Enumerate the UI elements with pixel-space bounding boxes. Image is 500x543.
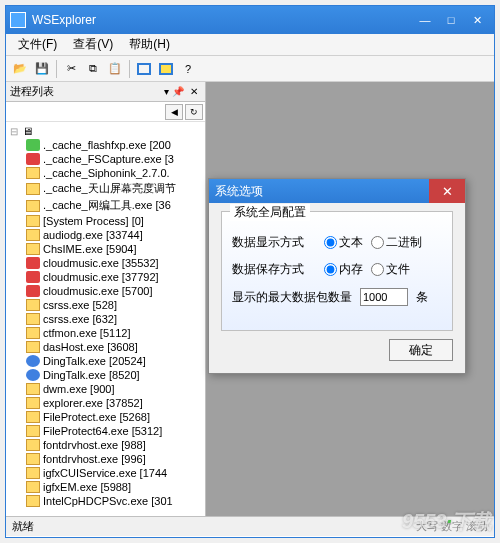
row-display-mode: 数据显示方式 文本 二进制 [232,234,442,251]
dialog-buttons: 确定 [221,339,453,361]
menu-file[interactable]: 文件(F) [10,34,65,55]
process-item[interactable]: dwm.exe [900] [8,382,203,396]
process-icon [26,313,40,325]
process-item[interactable]: cloudmusic.exe [5700] [8,284,203,298]
radio-binary-input[interactable] [371,236,384,249]
sidebar-close-icon[interactable]: ✕ [187,86,201,97]
tool-copy-icon[interactable]: ⧉ [83,59,103,79]
process-label: DingTalk.exe [20524] [43,355,146,367]
tool-cut-icon[interactable]: ✂ [61,59,81,79]
process-item[interactable]: ._cache_FSCapture.exe [3 [8,152,203,166]
process-label: fontdrvhost.exe [996] [43,453,146,465]
sidebar-prev-button[interactable]: ◀ [165,104,183,120]
tool-win2-icon[interactable] [156,59,176,79]
radio-file-input[interactable] [371,263,384,276]
statusbar: 就绪 大写 数字 滚动 [6,516,494,536]
app-icon [10,12,26,28]
process-item[interactable]: fontdrvhost.exe [988] [8,438,203,452]
process-item[interactable]: IntelCpHDCPSvc.exe [301 [8,494,203,508]
pin-icon[interactable]: ▾ 📌 [161,86,187,97]
process-item[interactable]: ._cache_flashfxp.exe [200 [8,138,203,152]
process-icon [26,200,40,212]
app-title: WSExplorer [32,13,412,27]
process-item[interactable]: DingTalk.exe [8520] [8,368,203,382]
input-max-packets[interactable] [360,288,408,306]
process-item[interactable]: dasHost.exe [3608] [8,340,203,354]
radio-text[interactable]: 文本 [324,234,363,251]
process-item[interactable]: fontdrvhost.exe [996] [8,452,203,466]
process-icon [26,139,40,151]
radio-memory[interactable]: 内存 [324,261,363,278]
row-save-mode: 数据保存方式 内存 文件 [232,261,442,278]
process-item[interactable]: cloudmusic.exe [35532] [8,256,203,270]
process-label: cloudmusic.exe [35532] [43,257,159,269]
computer-icon: 🖥 [22,125,33,137]
dialog-title: 系统选项 [215,183,429,200]
menu-help[interactable]: 帮助(H) [121,34,178,55]
label-max-packets: 显示的最大数据包数量 [232,289,352,306]
tree-root[interactable]: ⊟ 🖥 [8,124,203,138]
process-icon [26,167,40,179]
maximize-button[interactable]: □ [438,10,464,30]
process-tree[interactable]: ⊟ 🖥 ._cache_flashfxp.exe [200._cache_FSC… [6,122,205,516]
process-item[interactable]: csrss.exe [632] [8,312,203,326]
radio-memory-input[interactable] [324,263,337,276]
process-label: ._cache_网编工具.exe [36 [43,198,171,213]
process-icon [26,453,40,465]
process-item[interactable]: DingTalk.exe [20524] [8,354,203,368]
process-icon [26,369,40,381]
dialog-close-button[interactable]: ✕ [429,179,465,203]
process-item[interactable]: ._cache_天山屏幕亮度调节 [8,180,203,197]
tool-save-icon[interactable]: 💾 [32,59,52,79]
process-item[interactable]: FileProtect64.exe [5312] [8,424,203,438]
titlebar[interactable]: WSExplorer — □ ✕ [6,6,494,34]
process-item[interactable]: FileProtect.exe [5268] [8,410,203,424]
process-item[interactable]: audiodg.exe [33744] [8,228,203,242]
process-item[interactable]: csrss.exe [528] [8,298,203,312]
sidebar-refresh-button[interactable]: ↻ [185,104,203,120]
process-icon [26,425,40,437]
process-item[interactable]: explorer.exe [37852] [8,396,203,410]
process-icon [26,229,40,241]
process-icon [26,341,40,353]
process-icon [26,243,40,255]
tool-help-icon[interactable]: ? [178,59,198,79]
tool-paste-icon[interactable]: 📋 [105,59,125,79]
process-item[interactable]: ctfmon.exe [5112] [8,326,203,340]
process-label: ._cache_天山屏幕亮度调节 [43,181,176,196]
process-label: explorer.exe [37852] [43,397,143,409]
process-label: audiodg.exe [33744] [43,229,143,241]
process-label: ._cache_FSCapture.exe [3 [43,153,174,165]
close-button[interactable]: ✕ [464,10,490,30]
label-display-mode: 数据显示方式 [232,234,316,251]
process-item[interactable]: [System Process] [0] [8,214,203,228]
process-item[interactable]: ._cache_网编工具.exe [36 [8,197,203,214]
process-icon [26,355,40,367]
menu-view[interactable]: 查看(V) [65,34,121,55]
process-label: ChsIME.exe [5904] [43,243,137,255]
tool-open-icon[interactable]: 📂 [10,59,30,79]
process-icon [26,285,40,297]
minimize-button[interactable]: — [412,10,438,30]
sidebar-toolbar: ◀ ↻ [6,102,205,122]
row-max-packets: 显示的最大数据包数量 条 [232,288,442,306]
process-label: [System Process] [0] [43,215,144,227]
process-item[interactable]: igfxEM.exe [5988] [8,480,203,494]
dialog-titlebar[interactable]: 系统选项 ✕ [209,179,465,203]
process-icon [26,215,40,227]
expand-icon[interactable]: ⊟ [10,126,22,137]
menubar: 文件(F) 查看(V) 帮助(H) [6,34,494,56]
suffix-max-packets: 条 [416,289,428,306]
process-icon [26,495,40,507]
radio-text-input[interactable] [324,236,337,249]
ok-button[interactable]: 确定 [389,339,453,361]
process-item[interactable]: cloudmusic.exe [37792] [8,270,203,284]
process-item[interactable]: ._cache_Siphonink_2.7.0. [8,166,203,180]
radio-file[interactable]: 文件 [371,261,410,278]
radio-binary[interactable]: 二进制 [371,234,422,251]
process-label: dasHost.exe [3608] [43,341,138,353]
process-item[interactable]: ChsIME.exe [5904] [8,242,203,256]
process-item[interactable]: igfxCUIService.exe [1744 [8,466,203,480]
group-legend: 系统全局配置 [230,204,310,221]
tool-win1-icon[interactable] [134,59,154,79]
